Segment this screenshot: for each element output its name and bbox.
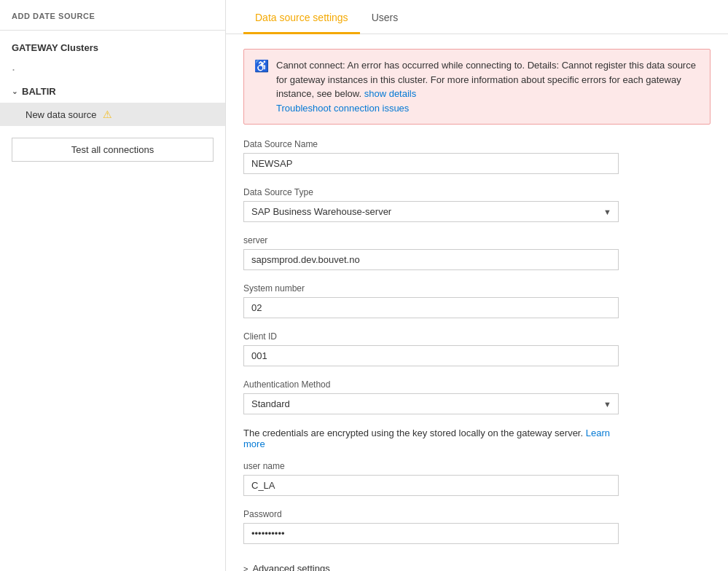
chevron-right-icon: >	[243, 564, 248, 572]
auth-method-select[interactable]: Standard Windows Basic	[243, 393, 619, 414]
data-source-type-group: Data Source Type SAP Business Warehouse-…	[243, 187, 711, 222]
sidebar-item-new-data-source[interactable]: New data source ⚠	[0, 103, 225, 126]
password-label: Password	[243, 509, 711, 519]
username-label: user name	[243, 461, 711, 471]
server-input[interactable]	[243, 249, 619, 270]
client-id-input[interactable]	[243, 345, 619, 366]
tab-data-source-settings[interactable]: Data source settings	[243, 0, 360, 34]
client-id-group: Client ID	[243, 331, 711, 366]
tabs-bar: Data source settings Users	[226, 0, 728, 34]
data-source-type-select[interactable]: SAP Business Warehouse-server SQL Server…	[243, 201, 619, 222]
sidebar-header-title: ADD DATE SOURCE	[12, 12, 95, 20]
server-group: server	[243, 235, 711, 270]
content-area: ♿ Cannot connect: An error has occurred …	[226, 34, 728, 571]
system-number-label: System number	[243, 283, 711, 294]
error-text: Cannot connect: An error has occurred wh…	[276, 58, 700, 115]
data-source-name-input[interactable]	[243, 153, 619, 174]
error-banner: ♿ Cannot connect: An error has occurred …	[243, 49, 711, 125]
troubleshoot-link[interactable]: Troubleshoot connection issues	[276, 103, 409, 114]
sidebar-header: ADD DATE SOURCE	[0, 0, 225, 31]
advanced-settings-toggle[interactable]: > Advanced settings	[243, 557, 711, 571]
system-number-group: System number	[243, 283, 711, 318]
data-source-name-label: Data Source Name	[243, 139, 711, 149]
password-input[interactable]	[243, 523, 619, 544]
main-content: Data source settings Users ♿ Cannot conn…	[226, 0, 728, 571]
auth-method-label: Authentication Method	[243, 379, 711, 390]
warning-icon: ⚠	[103, 109, 112, 120]
username-input[interactable]	[243, 475, 619, 496]
server-label: server	[243, 235, 711, 245]
sidebar-section-title: GATEWAY Clusters	[0, 31, 225, 59]
username-group: user name	[243, 461, 711, 496]
sidebar-cluster[interactable]: ⌄ BALTIR	[0, 80, 225, 103]
sidebar-dot: ·	[0, 59, 225, 80]
new-data-source-label: New data source	[26, 109, 97, 120]
auth-method-wrapper: Standard Windows Basic ▼	[243, 393, 619, 414]
cluster-name: BALTIR	[22, 86, 56, 97]
test-all-connections-button[interactable]: Test all connections	[12, 138, 214, 162]
data-source-type-label: Data Source Type	[243, 187, 711, 197]
client-id-label: Client ID	[243, 331, 711, 342]
data-source-name-group: Data Source Name	[243, 139, 711, 174]
error-icon: ♿	[254, 59, 269, 73]
auth-method-group: Authentication Method Standard Windows B…	[243, 379, 711, 414]
credentials-text: The credentials are encrypted using the …	[243, 428, 619, 449]
data-source-type-wrapper: SAP Business Warehouse-server SQL Server…	[243, 201, 619, 222]
password-group: Password	[243, 509, 711, 544]
chevron-down-icon: ⌄	[12, 87, 17, 95]
sidebar: ADD DATE SOURCE GATEWAY Clusters · ⌄ BAL…	[0, 0, 226, 571]
system-number-input[interactable]	[243, 297, 619, 318]
advanced-settings-label: Advanced settings	[252, 563, 329, 571]
show-details-link[interactable]: show details	[364, 88, 417, 99]
tab-users[interactable]: Users	[360, 0, 410, 34]
